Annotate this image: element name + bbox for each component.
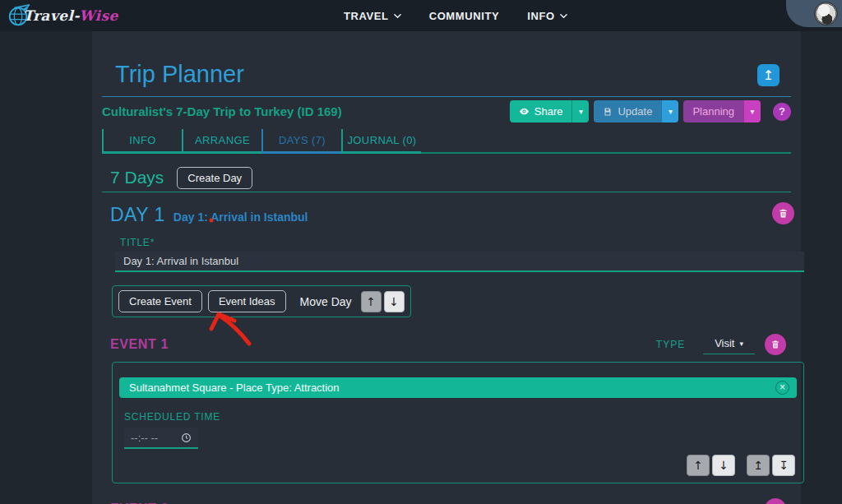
update-dropdown-toggle[interactable]: ▾ — [661, 100, 678, 123]
time-placeholder: --:-- -- — [131, 432, 158, 444]
planning-label: Planning — [692, 105, 734, 118]
tab-arrange[interactable]: ARRANGE — [182, 129, 261, 154]
move-event-prev-day-button[interactable]: ↥ — [747, 455, 770, 476]
event-type-select[interactable]: Visit ▾ — [703, 499, 755, 504]
nav-item-label: TRAVEL — [344, 10, 389, 22]
move-day-down-button[interactable]: ↓ — [384, 291, 405, 312]
update-button[interactable]: Update — [594, 100, 661, 123]
trip-name: Culturalist's 7-Day Trip to Turkey (ID 1… — [102, 104, 342, 118]
scroll-to-top-button[interactable]: ↥ — [757, 64, 780, 86]
nav-item-info[interactable]: INFO — [527, 10, 567, 22]
event1-card: Sultanahmet Square - Place Type: Attract… — [112, 362, 804, 483]
page-container: Trip Planner ↥ Culturalist's 7-Day Trip … — [92, 31, 801, 504]
update-split-button[interactable]: Update ▾ — [594, 100, 678, 123]
scheduled-time-label: SCHEDULED TIME — [124, 411, 797, 423]
create-event-button[interactable]: Create Event — [118, 290, 202, 312]
save-icon — [603, 107, 613, 117]
trash-icon — [778, 208, 789, 219]
move-day-up-button[interactable]: ↑ — [361, 291, 382, 312]
chevron-down-icon — [394, 12, 401, 20]
day1-header: DAY 1 Day 1: Arrival in Istanbul — [110, 204, 791, 227]
share-button[interactable]: Share — [510, 100, 572, 123]
trip-header-row: Culturalist's 7-Day Trip to Turkey (ID 1… — [102, 100, 791, 123]
down-arrow-bar-icon: ↧ — [779, 459, 789, 472]
nav-item-community[interactable]: COMMUNITY — [429, 10, 500, 22]
move-day-arrows: ↑ ↓ — [361, 291, 405, 312]
event1-header: EVENT 1 TYPE Visit ▾ — [102, 334, 791, 355]
type-label: TYPE — [656, 339, 685, 350]
trip-action-buttons: Share ▾ Update ▾ Planning ▾ ? — [510, 100, 791, 123]
eye-icon — [519, 106, 530, 117]
nav-item-travel[interactable]: TRAVEL — [344, 10, 401, 22]
place-banner: Sultanahmet Square - Place Type: Attract… — [119, 377, 797, 398]
create-day-button[interactable]: Create Day — [177, 167, 252, 189]
caret-down-icon: ▾ — [739, 340, 743, 348]
caret-down-icon: ▾ — [750, 107, 754, 116]
tab-days[interactable]: DAYS (7) — [261, 129, 341, 154]
move-event-up-button[interactable]: ↑ — [687, 455, 710, 476]
brand-logo[interactable]: Travel-Wise — [7, 3, 118, 28]
move-event-next-day-button[interactable]: ↧ — [772, 455, 795, 476]
user-menu[interactable] — [786, 0, 842, 27]
planning-split-button[interactable]: Planning ▾ — [683, 100, 761, 123]
event1-heading: EVENT 1 — [110, 337, 169, 352]
close-icon: × — [780, 381, 785, 393]
delete-event-button[interactable] — [765, 498, 786, 504]
nav-links: TRAVEL COMMUNITY INFO — [344, 0, 567, 31]
up-arrow-icon: ↑ — [693, 459, 703, 472]
event-move-controls: ↑ ↓ ↥ ↧ — [687, 455, 795, 476]
delete-day-button[interactable] — [772, 202, 794, 224]
event1-type-controls: TYPE Visit ▾ — [656, 335, 755, 354]
move-event-down-button[interactable]: ↓ — [712, 455, 735, 476]
brand-text: Travel-Wise — [23, 7, 118, 24]
down-arrow-icon: ↓ — [719, 459, 729, 472]
up-arrow-icon: ↥ — [763, 68, 774, 82]
avatar[interactable] — [814, 2, 838, 25]
caret-down-icon: ▾ — [669, 107, 673, 116]
move-day-label: Move Day — [300, 295, 352, 308]
days-section-header: 7 Days Create Day — [110, 167, 791, 188]
day-title-input[interactable] — [115, 252, 804, 272]
update-label: Update — [618, 105, 652, 118]
day-title-label: TITLE* — [120, 237, 791, 248]
day1-subtitle: Day 1: Arrival in Istanbul — [173, 210, 308, 224]
help-button[interactable]: ? — [773, 103, 791, 121]
nav-item-label: COMMUNITY — [429, 10, 500, 22]
trip-tabs: INFO ARRANGE DAYS (7) JOURNAL (0) — [102, 129, 791, 154]
event2-type-controls: TYPE Visit ▾ — [656, 499, 755, 504]
place-banner-text: Sultanahmet Square - Place Type: Attract… — [129, 381, 340, 394]
clock-icon — [181, 432, 192, 443]
scheduled-time-input[interactable]: --:-- -- — [124, 428, 198, 449]
move-event-day-arrows: ↥ ↧ — [747, 455, 795, 476]
tabs-baseline — [421, 152, 791, 154]
page-title: Trip Planner — [115, 61, 791, 88]
days-divider — [102, 192, 791, 192]
top-navbar: Travel-Wise TRAVEL COMMUNITY INFO — [0, 0, 842, 31]
planning-dropdown-toggle[interactable]: ▾ — [743, 100, 761, 123]
day-toolbar: Create Event Event Ideas Move Day ↑ ↓ — [112, 285, 411, 317]
chevron-down-icon — [560, 12, 567, 20]
day1-heading: DAY 1 — [110, 204, 165, 226]
title-divider — [102, 96, 791, 97]
delete-event-button[interactable] — [765, 334, 786, 355]
move-event-arrows: ↑ ↓ — [687, 455, 735, 476]
type-value: Visit — [715, 337, 734, 349]
event2-header: EVENT 2 TYPE Visit ▾ — [102, 498, 791, 504]
share-split-button[interactable]: Share ▾ — [510, 100, 590, 123]
remove-place-button[interactable]: × — [775, 381, 789, 395]
down-arrow-icon: ↓ — [389, 295, 399, 308]
event-ideas-button[interactable]: Event Ideas — [208, 290, 286, 312]
planning-button[interactable]: Planning — [683, 100, 743, 123]
event-type-select[interactable]: Visit ▾ — [703, 335, 755, 354]
share-label: Share — [534, 105, 563, 118]
share-dropdown-toggle[interactable]: ▾ — [571, 100, 589, 123]
trash-icon — [770, 340, 780, 349]
up-arrow-bar-icon: ↥ — [753, 459, 763, 472]
nav-item-label: INFO — [527, 10, 554, 22]
tab-info[interactable]: INFO — [102, 129, 182, 154]
caret-down-icon: ▾ — [579, 107, 583, 116]
days-count-heading: 7 Days — [110, 168, 164, 187]
up-arrow-icon: ↑ — [366, 295, 376, 308]
tab-journal[interactable]: JOURNAL (0) — [341, 129, 421, 154]
